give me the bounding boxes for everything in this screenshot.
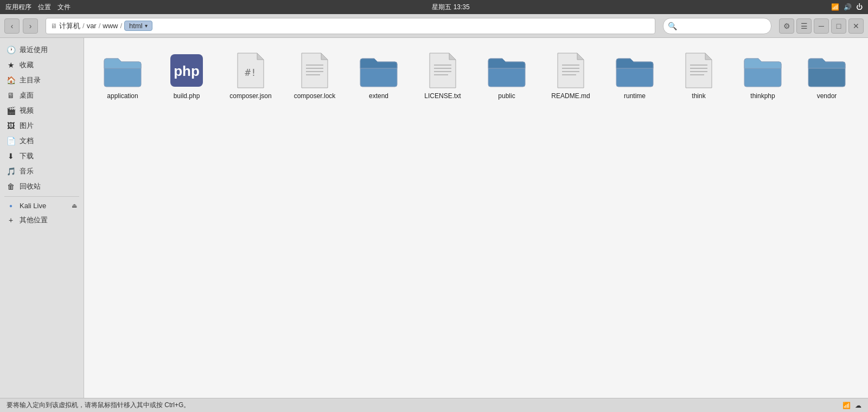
sidebar-item-other[interactable]: + 其他位置 <box>0 213 84 228</box>
file-label-thinkphp: thinkphp <box>750 92 775 100</box>
file-item-license-txt[interactable]: LICENSE.txt <box>413 47 473 102</box>
sidebar-item-documents[interactable]: 📄 文档 <box>0 133 84 149</box>
file-icon-public <box>485 51 528 90</box>
breadcrumb-www[interactable]: www <box>103 22 118 30</box>
cloud-icon: ☁ <box>855 402 861 409</box>
statusbar-message: 要将输入定向到该虚拟机，请将鼠标指针移入其中或按 Ctrl+G。 <box>7 401 190 410</box>
music-icon: 🎵 <box>7 167 15 176</box>
sidebar-label-downloads: 下载 <box>20 151 34 161</box>
sidebar-label-video: 视频 <box>20 106 34 115</box>
sidebar-item-trash[interactable]: 🗑 回收站 <box>0 179 84 194</box>
sidebar-label-images: 图片 <box>20 121 34 131</box>
kali-live-icon: ● <box>7 203 15 209</box>
home-icon: 🏠 <box>7 76 15 85</box>
view-toggle-button[interactable]: ☰ <box>796 18 812 34</box>
forward-button[interactable]: › <box>23 18 38 34</box>
file-icon-composer-json: #! <box>229 51 272 90</box>
toolbar: ‹ › 🖥 计算机 / var / www / html ▾ 🔍 ⚙ ☰ ─ □… <box>0 14 868 38</box>
file-icon-composer-lock <box>293 51 336 90</box>
file-manager-window: ‹ › 🖥 计算机 / var / www / html ▾ 🔍 ⚙ ☰ ─ □… <box>0 14 868 412</box>
file-item-composer-lock[interactable]: composer.lock <box>285 47 344 102</box>
other-icon: + <box>7 216 15 224</box>
file-item-build-php[interactable]: php build.php <box>157 47 216 102</box>
file-label-composer-lock: composer.lock <box>294 92 336 100</box>
file-item-thinkphp[interactable]: thinkphp <box>733 47 793 102</box>
file-icon-license-txt <box>421 51 464 90</box>
images-icon: 🖼 <box>7 121 15 130</box>
desktop-icon: 🖥 <box>7 91 15 100</box>
svg-text:#!: #! <box>245 67 257 78</box>
file-label-build-php: build.php <box>174 92 200 100</box>
sidebar-label-bookmarks: 收藏 <box>20 60 34 70</box>
breadcrumb-html[interactable]: html ▾ <box>124 21 152 31</box>
file-icon-application <box>101 51 144 90</box>
maximize-button[interactable]: □ <box>831 18 846 34</box>
sidebar-item-desktop[interactable]: 🖥 桌面 <box>0 88 84 103</box>
power-icon[interactable]: ⏻ <box>856 3 863 11</box>
sidebar-item-home[interactable]: 🏠 主目录 <box>0 73 84 88</box>
sidebar: 🕐 最近使用 ★ 收藏 🏠 主目录 🖥 桌面 🎬 视频 🖼 图片 <box>0 38 84 398</box>
sidebar-item-recent[interactable]: 🕐 最近使用 <box>0 42 84 57</box>
minimize-button[interactable]: ─ <box>814 18 829 34</box>
sidebar-label-recent: 最近使用 <box>20 45 48 55</box>
volume-icon: 🔊 <box>844 3 852 11</box>
sidebar-item-kali-live[interactable]: ● Kali Live ⏏ <box>0 199 84 213</box>
file-item-runtime[interactable]: runtime <box>605 47 665 102</box>
topbar-left: 应用程序 位置 文件 <box>5 3 71 12</box>
svg-text:php: php <box>174 63 200 79</box>
file-item-vendor[interactable]: vendor <box>797 47 857 102</box>
breadcrumb-var[interactable]: var <box>87 22 97 30</box>
file-label-runtime: runtime <box>624 92 646 100</box>
close-button[interactable]: ✕ <box>848 18 864 34</box>
file-item-composer-json[interactable]: #! composer.json <box>221 47 280 102</box>
main-area: 🕐 最近使用 ★ 收藏 🏠 主目录 🖥 桌面 🎬 视频 🖼 图片 <box>0 38 868 398</box>
sidebar-item-images[interactable]: 🖼 图片 <box>0 118 84 133</box>
places-menu[interactable]: 位置 <box>38 3 51 12</box>
topbar-datetime: 星期五 13:35 <box>71 3 831 12</box>
system-topbar: 应用程序 位置 文件 星期五 13:35 📶 🔊 ⏻ <box>0 0 868 14</box>
downloads-icon: ⬇ <box>7 152 15 160</box>
file-item-public[interactable]: public <box>477 47 537 102</box>
network-icon: 📶 <box>831 3 839 11</box>
back-button[interactable]: ‹ <box>4 18 20 34</box>
content-area: application php build.php #! composer.js… <box>84 38 868 398</box>
file-item-application[interactable]: application <box>93 47 152 102</box>
file-icon-extend <box>357 51 400 90</box>
sidebar-label-documents: 文档 <box>20 136 34 146</box>
breadcrumb: 🖥 计算机 / var / www / html ▾ <box>46 18 655 34</box>
eject-icon[interactable]: ⏏ <box>72 202 77 209</box>
sidebar-item-bookmarks[interactable]: ★ 收藏 <box>0 57 84 73</box>
file-grid: application php build.php #! composer.js… <box>93 47 859 102</box>
search-icon: 🔍 <box>668 22 677 30</box>
sidebar-label-home: 主目录 <box>20 75 41 85</box>
sidebar-item-music[interactable]: 🎵 音乐 <box>0 164 84 179</box>
search-box[interactable]: 🔍 <box>663 18 771 34</box>
file-label-public: public <box>498 92 515 100</box>
file-item-readme-md[interactable]: README.md <box>541 47 601 102</box>
file-icon-vendor <box>805 51 848 90</box>
file-item-extend[interactable]: extend <box>349 47 409 102</box>
view-options-button[interactable]: ⚙ <box>779 18 794 34</box>
file-label-vendor: vendor <box>817 92 837 100</box>
file-label-license-txt: LICENSE.txt <box>424 92 461 100</box>
file-item-think[interactable]: think <box>669 47 729 102</box>
sidebar-item-video[interactable]: 🎬 视频 <box>0 103 84 118</box>
trash-icon: 🗑 <box>7 182 15 191</box>
sidebar-label-other: 其他位置 <box>20 215 48 225</box>
file-icon-thinkphp <box>741 51 784 90</box>
files-menu[interactable]: 文件 <box>58 3 71 12</box>
statusbar: 要将输入定向到该虚拟机，请将鼠标指针移入其中或按 Ctrl+G。 📶 ☁ <box>0 398 868 412</box>
file-label-extend: extend <box>369 92 388 100</box>
breadcrumb-computer[interactable]: 计算机 <box>59 21 80 31</box>
apps-menu[interactable]: 应用程序 <box>5 3 31 12</box>
sidebar-item-downloads[interactable]: ⬇ 下载 <box>0 149 84 164</box>
chevron-down-icon: ▾ <box>145 23 148 29</box>
bookmarks-icon: ★ <box>7 61 15 69</box>
sidebar-label-music: 音乐 <box>20 166 34 176</box>
documents-icon: 📄 <box>7 137 15 145</box>
file-label-think: think <box>692 92 705 100</box>
toolbar-actions: ⚙ ☰ ─ □ ✕ <box>779 18 864 34</box>
file-icon-runtime <box>613 51 656 90</box>
statusbar-right: 📶 ☁ <box>843 402 861 409</box>
sidebar-label-kali-live: Kali Live <box>20 202 46 210</box>
